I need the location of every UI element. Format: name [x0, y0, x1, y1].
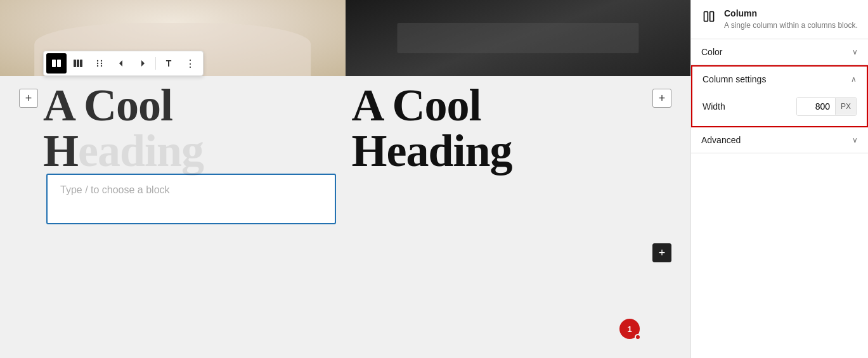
svg-marker-11	[119, 60, 122, 67]
columns-container: +	[0, 82, 690, 224]
svg-point-7	[97, 65, 98, 67]
block-info-section: Column A single column within a columns …	[691, 0, 868, 39]
notification-dot	[635, 334, 641, 340]
svg-rect-2	[74, 60, 76, 67]
block-description: A single column within a columns block.	[724, 20, 858, 31]
width-control: Width PX	[703, 97, 857, 116]
svg-rect-13	[704, 12, 708, 22]
column-settings-section: Column settings ∧ Width PX	[691, 65, 868, 127]
color-section-title: Color	[701, 47, 722, 57]
toolbar-divider	[155, 57, 156, 70]
columns-view-button[interactable]	[46, 53, 67, 74]
svg-rect-3	[77, 60, 79, 67]
add-block-right-top-button[interactable]: +	[652, 89, 671, 108]
svg-point-8	[101, 60, 102, 61]
svg-rect-4	[80, 60, 82, 67]
column-settings-header[interactable]: Column settings ∧	[692, 67, 867, 92]
right-panel: Column A single column within a columns …	[690, 0, 868, 358]
svg-marker-12	[141, 60, 145, 67]
block-info-text: Column A single column within a columns …	[724, 8, 858, 31]
bottom-add-container: +	[0, 237, 690, 262]
text-input-placeholder: Type / to choose a block	[60, 184, 170, 195]
svg-point-9	[101, 63, 102, 64]
svg-point-5	[97, 60, 98, 61]
width-input-group: PX	[796, 97, 857, 116]
column-block-icon	[701, 9, 716, 24]
add-block-bottom-button[interactable]: +	[652, 243, 671, 262]
drag-handle-button[interactable]	[89, 53, 110, 74]
width-input[interactable]	[797, 98, 835, 115]
text-format-button[interactable]: T	[159, 53, 179, 74]
svg-point-6	[97, 63, 98, 64]
move-right-button[interactable]	[133, 53, 153, 74]
svg-rect-0	[52, 60, 56, 67]
canvas-area: +	[0, 0, 690, 358]
column-right: A Cool Heading +	[352, 82, 672, 224]
advanced-section-header[interactable]: Advanced ∨	[691, 127, 868, 153]
color-chevron-icon: ∨	[852, 48, 858, 56]
right-column-heading: A Cool Heading	[352, 82, 648, 174]
svg-rect-14	[710, 12, 714, 22]
text-input-block[interactable]: Type / to choose a block	[46, 174, 336, 224]
move-left-button[interactable]	[111, 53, 131, 74]
advanced-chevron-icon: ∨	[852, 136, 858, 144]
width-unit: PX	[835, 98, 856, 115]
svg-rect-1	[57, 60, 61, 67]
advanced-title: Advanced	[701, 135, 741, 145]
notification-badge[interactable]: 1	[619, 319, 640, 339]
right-image	[346, 0, 691, 76]
add-block-left-button[interactable]: +	[19, 89, 38, 108]
column-view-button[interactable]	[68, 53, 88, 74]
color-section-header[interactable]: Color ∨	[691, 39, 868, 65]
advanced-section: Advanced ∨	[691, 127, 868, 153]
color-section: Color ∨	[691, 39, 868, 65]
svg-point-10	[101, 65, 102, 67]
block-type-name: Column	[724, 8, 858, 19]
more-options-button[interactable]: ⋮	[180, 53, 200, 74]
width-label: Width	[703, 101, 725, 112]
block-toolbar: T ⋮	[43, 51, 204, 76]
column-settings-body: Width PX	[692, 92, 867, 126]
column-settings-title: Column settings	[703, 74, 766, 84]
left-column-heading: A Cool Heading	[43, 82, 339, 174]
column-left: +	[19, 82, 339, 224]
column-settings-chevron-icon: ∧	[851, 75, 857, 84]
notification-area: 1	[619, 319, 640, 339]
